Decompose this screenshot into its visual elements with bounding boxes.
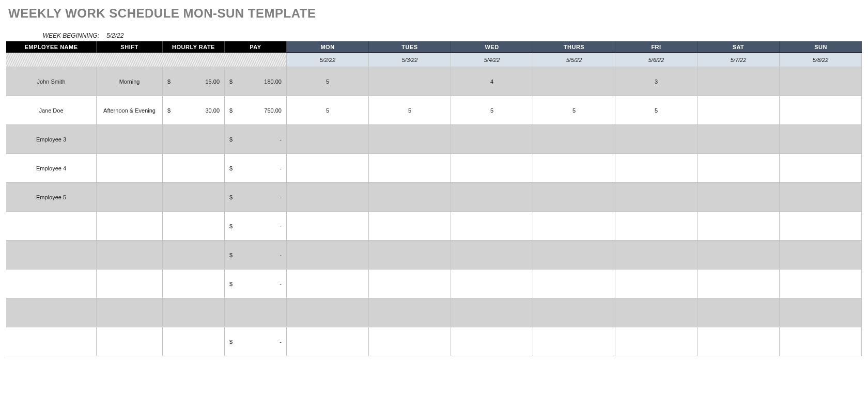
hours-cell[interactable] (451, 298, 533, 327)
hours-cell[interactable] (287, 125, 369, 154)
employee-name-cell[interactable]: Employee 4 (6, 154, 97, 183)
shift-cell[interactable]: Morning (97, 67, 163, 96)
hours-cell[interactable] (615, 154, 698, 183)
shift-cell[interactable] (97, 241, 163, 270)
hours-cell[interactable] (615, 212, 698, 241)
employee-name-cell[interactable] (6, 241, 97, 270)
shift-cell[interactable] (97, 154, 163, 183)
hours-cell[interactable] (533, 67, 615, 96)
hours-cell[interactable] (780, 67, 862, 96)
hours-cell[interactable] (533, 154, 615, 183)
hours-cell[interactable] (369, 241, 451, 270)
hours-cell[interactable] (369, 183, 451, 212)
hours-cell[interactable] (615, 241, 698, 270)
pay-cell[interactable]: $750.00 (225, 96, 287, 125)
hours-cell[interactable] (780, 270, 862, 298)
shift-cell[interactable] (97, 327, 163, 356)
employee-name-cell[interactable]: Employee 5 (6, 183, 97, 212)
pay-cell[interactable]: $- (225, 154, 287, 183)
shift-cell[interactable] (97, 183, 163, 212)
hourly-rate-cell[interactable] (163, 270, 225, 298)
employee-name-cell[interactable]: Jane Doe (6, 96, 97, 125)
hours-cell[interactable] (369, 327, 451, 356)
hourly-rate-cell[interactable] (163, 298, 225, 327)
hourly-rate-cell[interactable] (163, 212, 225, 241)
pay-cell[interactable]: $- (225, 241, 287, 270)
hours-cell[interactable] (698, 154, 780, 183)
hourly-rate-cell[interactable] (163, 125, 225, 154)
hours-cell[interactable] (451, 270, 533, 298)
employee-name-cell[interactable] (6, 327, 97, 356)
hours-cell[interactable] (533, 125, 615, 154)
hours-cell[interactable] (780, 241, 862, 270)
hours-cell[interactable] (533, 212, 615, 241)
hours-cell[interactable] (451, 154, 533, 183)
pay-cell[interactable] (225, 298, 287, 327)
hours-cell[interactable] (451, 125, 533, 154)
hours-cell[interactable]: 3 (615, 67, 698, 96)
hours-cell[interactable] (451, 183, 533, 212)
hourly-rate-cell[interactable]: $15.00 (163, 67, 225, 96)
pay-cell[interactable]: $- (225, 327, 287, 356)
hours-cell[interactable] (451, 327, 533, 356)
hours-cell[interactable] (615, 270, 698, 298)
hours-cell[interactable] (780, 327, 862, 356)
hours-cell[interactable] (780, 96, 862, 125)
hours-cell[interactable] (369, 270, 451, 298)
hours-cell[interactable] (369, 125, 451, 154)
shift-cell[interactable] (97, 125, 163, 154)
hours-cell[interactable] (780, 212, 862, 241)
hours-cell[interactable] (698, 327, 780, 356)
hours-cell[interactable] (615, 183, 698, 212)
hours-cell[interactable] (287, 212, 369, 241)
hours-cell[interactable] (451, 212, 533, 241)
hours-cell[interactable]: 5 (369, 96, 451, 125)
hourly-rate-cell[interactable]: $30.00 (163, 96, 225, 125)
hours-cell[interactable] (369, 298, 451, 327)
hours-cell[interactable]: 5 (533, 96, 615, 125)
pay-cell[interactable]: $- (225, 212, 287, 241)
hours-cell[interactable] (287, 241, 369, 270)
hours-cell[interactable] (451, 241, 533, 270)
employee-name-cell[interactable]: John Smith (6, 67, 97, 96)
hours-cell[interactable] (698, 125, 780, 154)
hourly-rate-cell[interactable] (163, 241, 225, 270)
hourly-rate-cell[interactable] (163, 183, 225, 212)
hours-cell[interactable] (615, 327, 698, 356)
hours-cell[interactable] (287, 270, 369, 298)
week-beginning-value[interactable]: 5/2/22 (106, 32, 123, 39)
hours-cell[interactable]: 5 (287, 67, 369, 96)
employee-name-cell[interactable] (6, 298, 97, 327)
shift-cell[interactable] (97, 270, 163, 298)
hours-cell[interactable] (369, 67, 451, 96)
hours-cell[interactable] (780, 298, 862, 327)
hours-cell[interactable]: 5 (615, 96, 698, 125)
employee-name-cell[interactable] (6, 270, 97, 298)
hours-cell[interactable] (780, 183, 862, 212)
hours-cell[interactable] (615, 125, 698, 154)
hours-cell[interactable] (533, 241, 615, 270)
hours-cell[interactable]: 5 (287, 96, 369, 125)
hours-cell[interactable]: 5 (451, 96, 533, 125)
shift-cell[interactable] (97, 212, 163, 241)
hourly-rate-cell[interactable] (163, 154, 225, 183)
pay-cell[interactable]: $180.00 (225, 67, 287, 96)
hours-cell[interactable] (698, 212, 780, 241)
hours-cell[interactable] (287, 298, 369, 327)
hours-cell[interactable] (615, 298, 698, 327)
hours-cell[interactable] (698, 270, 780, 298)
hours-cell[interactable] (698, 96, 780, 125)
hours-cell[interactable] (698, 241, 780, 270)
employee-name-cell[interactable]: Employee 3 (6, 125, 97, 154)
hours-cell[interactable] (369, 154, 451, 183)
pay-cell[interactable]: $- (225, 125, 287, 154)
hours-cell[interactable] (780, 125, 862, 154)
pay-cell[interactable]: $- (225, 183, 287, 212)
hours-cell[interactable]: 4 (451, 67, 533, 96)
hours-cell[interactable] (780, 154, 862, 183)
employee-name-cell[interactable] (6, 212, 97, 241)
hours-cell[interactable] (287, 154, 369, 183)
hours-cell[interactable] (533, 298, 615, 327)
pay-cell[interactable]: $- (225, 270, 287, 298)
hourly-rate-cell[interactable] (163, 327, 225, 356)
